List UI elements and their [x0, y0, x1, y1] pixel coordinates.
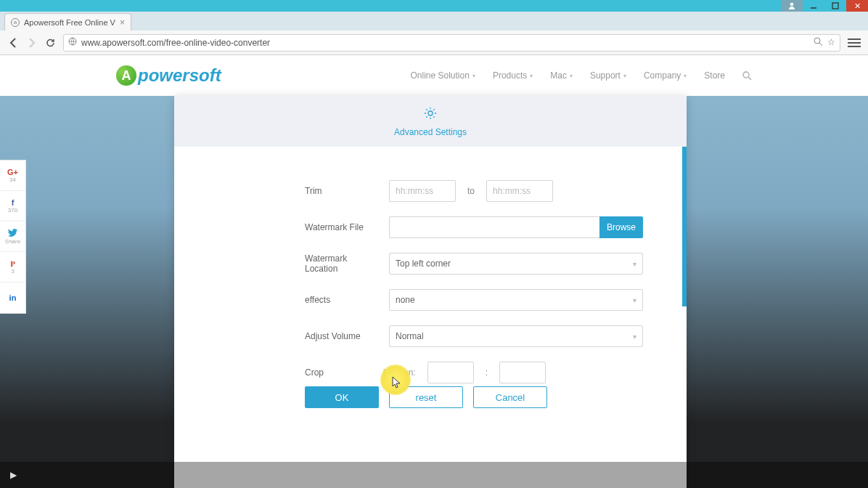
advanced-settings-modal: Advanced Settings Trim to Watermark File: [174, 96, 687, 488]
modal-header: Advanced Settings: [174, 96, 687, 147]
nav-online-solution[interactable]: Online Solution▾: [411, 70, 475, 81]
gear-icon: [423, 106, 438, 124]
back-button[interactable]: [7, 37, 19, 49]
reload-icon: [45, 37, 56, 48]
tab-close-icon[interactable]: ×: [120, 17, 125, 28]
share-twitter[interactable]: Share: [0, 221, 25, 252]
social-share-bar: G+34 f370 Share P3 in: [0, 160, 26, 314]
watermark-location-select[interactable]: Top left corner ▾: [389, 253, 643, 274]
location-label: location:: [383, 367, 416, 378]
favicon-icon: a: [11, 18, 20, 27]
modal-title: Advanced Settings: [394, 127, 467, 137]
chevron-down-icon: ▾: [623, 73, 626, 79]
chevron-down-icon: ▾: [633, 333, 636, 341]
maximize-button[interactable]: [824, 0, 846, 12]
nav-mac[interactable]: Mac▾: [550, 70, 573, 81]
effects-label: effects: [305, 295, 377, 305]
address-bar[interactable]: www.apowersoft.com/free-online-video-con…: [63, 34, 840, 52]
facebook-icon: f: [12, 198, 15, 207]
cancel-button[interactable]: Cancel: [473, 386, 547, 408]
effects-select[interactable]: none ▾: [389, 289, 643, 311]
adjust-volume-label: Adjust Volume: [305, 331, 377, 341]
share-gplus[interactable]: G+34: [0, 160, 25, 191]
watermark-location-label: Watermark Location: [305, 253, 377, 274]
site-header: A powersoft Online Solution▾ Products▾ M…: [0, 55, 868, 96]
globe-icon: [68, 37, 77, 48]
browser-tab[interactable]: a Apowersoft Free Online V ×: [4, 13, 131, 30]
effects-row: effects none ▾: [305, 289, 643, 311]
browser-window: a Apowersoft Free Online V × www.apowers…: [0, 12, 868, 488]
browse-button[interactable]: Browse: [599, 216, 643, 238]
nav-store[interactable]: Store: [704, 70, 725, 81]
arrow-right-icon: [26, 37, 38, 49]
svg-rect-2: [832, 3, 838, 9]
site-nav: Online Solution▾ Products▾ Mac▾ Support▾…: [411, 70, 753, 81]
chevron-down-icon: ▾: [472, 73, 475, 79]
zoom-icon[interactable]: [814, 37, 823, 49]
share-pinterest[interactable]: P3: [0, 252, 25, 282]
linkedin-icon: in: [9, 293, 17, 302]
crop-y-input[interactable]: [499, 362, 546, 383]
modal-body: Trim to Watermark File Browse Waterma: [174, 147, 687, 488]
volume-select[interactable]: Normal ▾: [389, 325, 643, 347]
page-viewport: A powersoft Online Solution▾ Products▾ M…: [0, 55, 868, 488]
twitter-icon: [8, 229, 17, 238]
hamburger-icon: [848, 38, 861, 40]
tab-title: Apowersoft Free Online V: [24, 18, 115, 27]
watermark-file-label: Watermark File: [305, 222, 377, 232]
effects-value: none: [396, 295, 415, 305]
nav-company[interactable]: Company▾: [644, 70, 687, 81]
user-icon: [787, 1, 796, 10]
play-icon[interactable]: ▶: [10, 470, 17, 480]
close-button[interactable]: ✕: [846, 0, 868, 12]
volume-value: Normal: [396, 331, 424, 341]
nav-products[interactable]: Products▾: [493, 70, 533, 81]
browser-toolbar: www.apowersoft.com/free-online-video-con…: [0, 30, 868, 55]
gplus-icon: G+: [7, 168, 18, 176]
crop-row: Crop location: :: [305, 362, 643, 383]
watermark-file-input[interactable]: [389, 216, 599, 238]
site-logo[interactable]: A powersoft: [116, 65, 221, 86]
crop-label: Crop: [305, 367, 377, 378]
svg-line-7: [748, 77, 751, 80]
watermark-file-row: Watermark File Browse: [305, 216, 643, 238]
scrollbar-thumb[interactable]: [682, 147, 687, 306]
window-titlebar: ✕: [0, 0, 868, 12]
tw-label: Share: [5, 238, 20, 245]
svg-point-0: [790, 3, 794, 7]
ok-button[interactable]: OK: [305, 386, 379, 408]
search-icon[interactable]: [742, 71, 752, 81]
share-linkedin[interactable]: in: [0, 282, 25, 313]
minimize-icon: [810, 2, 817, 9]
star-icon[interactable]: ☆: [827, 37, 835, 49]
adjust-volume-row: Adjust Volume Normal ▾: [305, 325, 643, 347]
to-label: to: [467, 186, 475, 196]
minimize-button[interactable]: [803, 0, 824, 12]
crop-separator: :: [486, 367, 488, 378]
trim-end-input[interactable]: [486, 180, 553, 202]
trim-start-input[interactable]: [389, 180, 456, 202]
watermark-file-picker: Browse: [389, 216, 643, 238]
chevron-down-icon: ▾: [633, 296, 636, 304]
fb-count: 370: [8, 207, 17, 214]
tab-strip: a Apowersoft Free Online V ×: [0, 12, 868, 30]
svg-point-4: [814, 38, 820, 44]
svg-line-5: [819, 43, 822, 46]
video-controls-bar: ▶: [0, 462, 868, 488]
crop-x-input[interactable]: [427, 362, 474, 383]
forward-button[interactable]: [26, 37, 38, 49]
pin-count: 3: [11, 268, 14, 274]
trim-label: Trim: [305, 186, 377, 196]
watermark-location-value: Top left corner: [396, 259, 451, 269]
maximize-icon: [832, 2, 839, 9]
reload-button[interactable]: [45, 37, 56, 48]
close-icon: ✕: [854, 1, 861, 11]
user-account-button[interactable]: [781, 0, 803, 12]
arrow-left-icon: [7, 37, 19, 49]
menu-button[interactable]: [848, 38, 861, 47]
trim-row: Trim to: [305, 180, 643, 202]
share-facebook[interactable]: f370: [0, 191, 25, 221]
reset-button[interactable]: reset: [389, 386, 463, 408]
nav-support[interactable]: Support▾: [590, 70, 626, 81]
logo-badge-icon: A: [116, 65, 136, 86]
